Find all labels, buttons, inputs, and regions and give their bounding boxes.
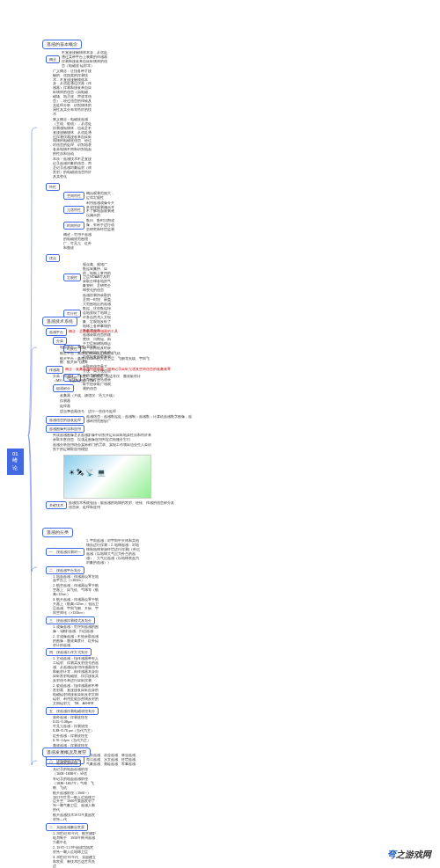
broad-def: 广义概念：泛指各种非接触的、远距离的探测技术，不直接接触物体本身，从远处通过仪器… [53,69,93,117]
label-sensor: 传感器 [46,366,63,374]
def-text: 不直接接触物体本身，从远处通过某种平台上装载的传感器探测和接收来自目标物体的信息… [62,51,109,69]
branch-tech-system: 遥感技术系统 遥感平台概念：是搭载遥感传感器的工具 分类 地面平台：高度<100… [42,317,151,511]
site-logo: 弯弯之游戏网之游戏网 [387,849,431,861]
label-advantages: 优点 [46,254,60,262]
diagram-image [63,455,151,499]
prop-summary: 概述：可用于遥感的电磁波范围很广，可见光、红外和微波 [63,233,93,251]
root-node[interactable]: 01绪论 [7,449,24,475]
node-classification[interactable]: 遥感的分类 [42,528,73,537]
label-info-process: 遥感信息的接收处理 [46,416,84,424]
label-key-tech: 关键技术 [46,501,67,509]
node-basic-concept[interactable]: 遥感的基本概念 [42,40,82,49]
prop-temporal: 时间特征 [63,222,84,230]
branch-development: 遥感发展概况及展望 一、遥感发展阶段 无记录的地面遥感阶段（1608~1838年… [42,748,97,868]
label-interpretation: 遥感图像判读和应用 [46,425,84,433]
prop-spectral: 光谱特性 [63,206,84,214]
node-development[interactable]: 遥感发展概况及展望 [42,748,91,757]
adv-macro: 宏观性 [63,274,81,281]
label-platform: 遥感平台 [46,328,67,336]
narrow-def: 狭义概念：电磁波遥感（主动、被动），从远处探测感知物体，也就是不直接接触物体、从… [53,118,93,157]
branch-classification: 遥感的分类 一、按遥感探测对一1. 宇宙遥感：对宇宙中天体和其他物质进行探测；2… [42,528,100,768]
prop-spatial: 空间特性 [63,192,84,200]
nature-text: 本质：遥感技术不是直接记录遥感对象的信息，而是记录遥感对象辐射（或发射）的电磁波… [53,157,93,179]
label-definition: 概念 [46,55,60,63]
node-tech-system[interactable]: 遥感技术系统 [42,317,77,326]
label-properties: 特性 [46,183,60,191]
